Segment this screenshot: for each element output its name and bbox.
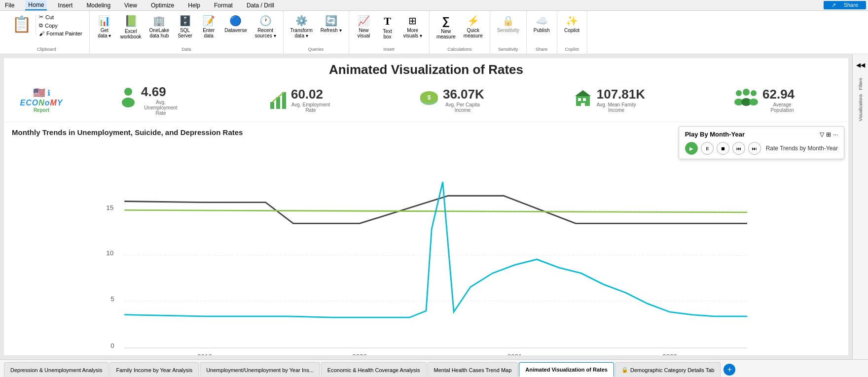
new-visual-icon: 📈 <box>358 15 370 27</box>
svg-text:$: $ <box>428 94 431 101</box>
svg-text:2020: 2020 <box>352 353 367 355</box>
sensitivity-button[interactable]: 🔒 Sensitivity <box>494 13 522 35</box>
format-painter-button[interactable]: 🖌 Format Painter <box>36 30 85 37</box>
svg-point-15 <box>751 90 757 96</box>
ribbon-group-queries: ⚙️ Transformdata ▾ 🔄 Refresh ▾ Queries <box>284 11 349 54</box>
menu-data-drill[interactable]: Data / Drill <box>244 1 277 10</box>
sensitivity-label: Sensitivity <box>498 45 518 52</box>
svg-text:2021: 2021 <box>507 353 522 355</box>
menu-insert[interactable]: Insert <box>55 1 75 10</box>
logo-area: 🇺🇸 ℹ ECONoMY Report <box>12 87 71 113</box>
ribbon-group-share: ☁️ Publish Share <box>527 11 557 54</box>
tab-depression-unemployment[interactable]: Depression & Unemployment Analysis <box>4 362 108 377</box>
family-income-icon <box>573 88 593 112</box>
excel-workbook-button[interactable]: 📗 Excelworkbook <box>117 13 145 41</box>
cut-icon: ✂ <box>39 14 43 20</box>
tab-animated-visualization[interactable]: Animated Visualization of Rates <box>519 362 614 377</box>
svg-text:0: 0 <box>110 342 114 349</box>
paste-button[interactable]: 📋 <box>8 13 36 37</box>
menu-home[interactable]: Home <box>25 0 47 10</box>
excel-icon: 📗 <box>124 15 138 28</box>
format-painter-icon: 🖌 <box>39 31 44 36</box>
refresh-button[interactable]: 🔄 Refresh ▾ <box>318 13 345 35</box>
quick-measure-button[interactable]: ⚡ Quickmeasure <box>461 13 486 40</box>
svg-marker-12 <box>575 90 591 96</box>
kpi-unemployment-label: Avg. Unemployment Rate <box>141 100 181 116</box>
tab-mental-health[interactable]: Mental Health Cases Trend Map <box>428 362 518 377</box>
filters-panel-label[interactable]: Filters <box>858 78 863 90</box>
enter-data-button[interactable]: 📝 Enterdata <box>198 13 219 40</box>
insert-label: Insert <box>383 45 395 52</box>
tab-economic-health[interactable]: Economic & Health Coverage Analysis <box>321 362 427 377</box>
recent-sources-button[interactable]: 🕐 Recentsources ▾ <box>252 13 279 40</box>
calculations-buttons: ∑ Newmeasure ⚡ Quickmeasure <box>434 13 486 45</box>
svg-point-0 <box>124 88 132 96</box>
publish-icon: ☁️ <box>536 15 548 27</box>
clipboard-left-buttons: ✂ Cut ⧉ Copy 🖌 Format Painter <box>36 13 85 37</box>
ribbon: 📋 ✂ Cut ⧉ Copy 🖌 Format Painter Clipboar… <box>0 11 868 54</box>
chart-svg: 0 5 10 15 2019 2020 2021 2022 <box>12 140 840 355</box>
ribbon-group-insert: 📈 Newvisual T Textbox ⊞ Morevisuals ▾ In… <box>349 11 430 54</box>
menu-modeling[interactable]: Modeling <box>83 1 113 10</box>
dataverse-button[interactable]: 🔵 Dataverse <box>221 13 250 35</box>
new-measure-icon: ∑ <box>442 15 450 28</box>
clipboard-area: 📋 ✂ Cut ⧉ Copy 🖌 Format Painter <box>8 13 85 37</box>
more-options-icon[interactable]: ··· <box>833 131 838 138</box>
chart-section: Monthly Trends in Unemployment, Suicide,… <box>4 122 848 355</box>
chart-svg-container: 0 5 10 15 2019 2020 2021 2022 <box>12 140 840 355</box>
sensitivity-icon: 🔒 <box>502 15 514 27</box>
copilot-button[interactable]: ✨ Copilot <box>561 13 583 35</box>
menu-optimize[interactable]: Optimize <box>148 1 177 10</box>
play-panel-header: Play By Month-Year ▽ ⊞ ··· <box>685 131 838 138</box>
flag-icon: 🇺🇸 <box>33 87 45 99</box>
add-tab-button[interactable]: + <box>723 364 735 376</box>
copy-button[interactable]: ⧉ Copy <box>36 21 85 30</box>
visualizations-panel-label[interactable]: Visualizations <box>858 94 863 121</box>
menu-help[interactable]: Help <box>185 1 203 10</box>
report-canvas: Animated Visualization of Rates 🇺🇸 ℹ ECO… <box>4 58 848 355</box>
svg-point-13 <box>736 90 742 96</box>
text-box-icon: T <box>384 15 391 28</box>
get-data-button[interactable]: 📊 Getdata ▾ <box>94 13 115 40</box>
more-visuals-button[interactable]: ⊞ Morevisuals ▾ <box>400 13 425 40</box>
tab-demographic[interactable]: 🔒 Demographic Category Details Tab <box>615 362 721 377</box>
sql-server-button[interactable]: 🗄️ SQLServer <box>174 13 196 40</box>
play-panel-title: Play By Month-Year <box>685 131 745 138</box>
ribbon-group-clipboard: 📋 ✂ Cut ⧉ Copy 🖌 Format Painter Clipboar… <box>4 11 90 54</box>
refresh-icon: 🔄 <box>325 15 337 27</box>
new-measure-button[interactable]: ∑ Newmeasure <box>434 13 459 41</box>
queries-label: Queries <box>308 45 324 52</box>
kpi-employment: 60.02 Avg. Employment Rate <box>269 87 330 113</box>
menu-format[interactable]: Format <box>211 1 236 10</box>
svg-point-14 <box>743 89 750 96</box>
kpi-family-income-label: Avg. Mean Family Income <box>597 102 636 113</box>
kpi-items: 4.69 Avg. Unemployment Rate <box>81 84 840 116</box>
onelake-button[interactable]: 🏢 OneLakedata hub <box>146 13 173 40</box>
tab-unemployment-year[interactable]: Unemployment/Unemployment by Year Ins... <box>200 362 320 377</box>
collapse-icon[interactable]: ◀◀ <box>854 58 868 72</box>
cut-button[interactable]: ✂ Cut <box>36 13 85 21</box>
ribbon-group-sensitivity: 🔒 Sensitivity Sensitivity <box>490 11 527 54</box>
quick-measure-icon: ⚡ <box>467 15 479 27</box>
svg-point-18 <box>749 99 758 105</box>
unemployment-icon <box>119 87 137 113</box>
share-button[interactable]: ↗Share <box>824 1 866 9</box>
data-label: Data <box>181 45 191 52</box>
filter-icon[interactable]: ▽ <box>820 131 824 138</box>
text-box-button[interactable]: T Textbox <box>377 13 398 41</box>
menu-file[interactable]: File <box>2 1 17 10</box>
ribbon-group-calculations: ∑ Newmeasure ⚡ Quickmeasure Calculations <box>430 11 490 54</box>
share-label: Share <box>536 45 547 52</box>
canvas-area: Animated Visualization of Rates 🇺🇸 ℹ ECO… <box>0 54 868 359</box>
tab-family-income[interactable]: Family Income by Year Analysis <box>109 362 199 377</box>
transform-data-button[interactable]: ⚙️ Transformdata ▾ <box>288 13 316 40</box>
svg-rect-11 <box>581 103 585 106</box>
expand-icon[interactable]: ⊞ <box>826 131 831 138</box>
publish-button[interactable]: ☁️ Publish <box>531 13 553 35</box>
kpi-population-value: 62.94 <box>762 87 802 102</box>
sql-icon: 🗄️ <box>179 15 191 27</box>
new-visual-button[interactable]: 📈 Newvisual <box>353 13 375 40</box>
kpi-employment-value: 60.02 <box>291 87 330 102</box>
svg-text:10: 10 <box>106 249 113 257</box>
menu-view[interactable]: View <box>121 1 140 10</box>
